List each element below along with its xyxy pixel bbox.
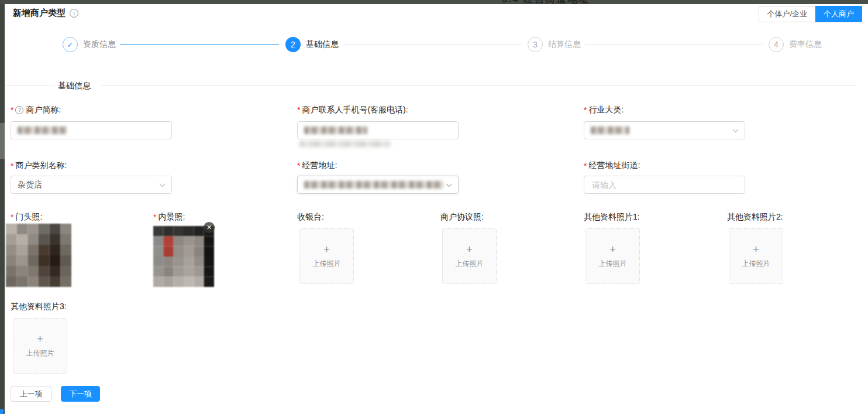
redacted-value [18, 126, 67, 134]
chevron-down-icon [159, 183, 166, 187]
step-3-settlement[interactable]: 3 结算信息 [528, 36, 581, 53]
step-connector-1 [120, 44, 279, 45]
label-business-address: 经营地址: [297, 160, 337, 171]
step-1-qualification[interactable]: 资质信息 [63, 36, 116, 53]
plus-icon: + [753, 244, 759, 255]
redacted-value [591, 126, 629, 134]
step-4-rate[interactable]: 4 费率信息 [769, 36, 822, 53]
merchant-short-name-input[interactable] [11, 121, 172, 139]
clipped-background-text: 3.4 经营街道地址 [502, 0, 590, 4]
plus-icon: + [323, 244, 330, 255]
redaction-artifact [299, 141, 390, 147]
business-address-select[interactable] [297, 176, 459, 194]
info-circle-icon[interactable]: i [70, 9, 78, 18]
industry-category-select[interactable] [584, 121, 745, 139]
step-4-label: 费率信息 [789, 39, 822, 50]
other-photo-1-upload[interactable]: + 上传照片 [585, 228, 640, 284]
previous-step-button[interactable]: 上一项 [11, 386, 51, 402]
agreement-photo-upload[interactable]: + 上传照片 [442, 228, 497, 284]
label-merchant-short-name: ? 商户简称: [11, 105, 61, 115]
toggle-individual-enterprise-button[interactable]: 个体户/企业 [759, 6, 815, 22]
label-door-photo: 门头照: [11, 212, 42, 223]
other-photo-2-upload[interactable]: + 上传照片 [729, 228, 783, 284]
question-circle-icon[interactable]: ? [15, 106, 23, 114]
window-top-edge: 3.4 经营街道地址 [0, 0, 868, 4]
door-photo-thumbnail[interactable] [6, 224, 71, 287]
label-other-photo-3: 其他资料照片3: [11, 302, 67, 312]
step-3-number: 3 [528, 37, 543, 52]
label-other-photo-1: 其他资料照片1: [584, 212, 640, 223]
plus-icon: + [466, 244, 473, 255]
step-4-number: 4 [769, 37, 784, 52]
label-business-street: 经营地址街道: [584, 160, 640, 171]
scrollbar-thumb[interactable] [0, 123, 5, 159]
merchant-category-value: 杂货店 [18, 180, 42, 190]
redacted-value [304, 181, 443, 189]
label-contact-phone: 商户联系人手机号(客服电话): [297, 105, 408, 115]
label-agreement-photo: 商户协议照: [440, 212, 484, 223]
remove-interior-photo-icon[interactable]: ✕ [204, 222, 215, 233]
window-left-edge [0, 4, 5, 414]
cashier-photo-upload[interactable]: + 上传照片 [299, 228, 354, 284]
business-street-field [584, 176, 745, 194]
form-panel [5, 4, 868, 414]
business-street-input[interactable] [591, 180, 738, 190]
interior-photo-thumbnail[interactable] [153, 226, 214, 287]
toggle-personal-merchant-button[interactable]: 个人商户 [815, 6, 862, 22]
label-other-photo-2: 其他资料照片2: [727, 212, 783, 223]
step-connector-2 [344, 44, 522, 45]
step-2-basic-info[interactable]: 2 基础信息 [285, 36, 339, 53]
divider-left [5, 85, 54, 86]
corner-accent [0, 409, 4, 414]
section-title: 基础信息 [58, 81, 91, 91]
next-step-button[interactable]: 下一项 [61, 386, 100, 402]
label-cashier-photo: 收银台: [297, 212, 324, 223]
step-2-label: 基础信息 [306, 39, 339, 50]
label-interior-photo: 内景照: [153, 212, 185, 223]
plus-icon: + [37, 334, 43, 344]
merchant-category-select[interactable]: 杂货店 [11, 176, 172, 194]
page-title: 新增商户类型 i [13, 8, 78, 19]
step-2-number: 2 [285, 37, 301, 52]
step-1-label: 资质信息 [83, 39, 116, 50]
label-merchant-category: 商户类别名称: [11, 160, 67, 171]
contact-phone-input[interactable] [297, 121, 459, 139]
merchant-type-toggle: 个体户/企业 个人商户 [759, 6, 862, 22]
label-industry-category: 行业大类: [584, 105, 624, 115]
page-title-text: 新增商户类型 [13, 8, 66, 19]
chevron-down-icon [732, 129, 739, 133]
chevron-down-icon [446, 183, 452, 187]
plus-icon: + [609, 244, 616, 255]
divider-right [101, 85, 856, 86]
redacted-value [304, 126, 367, 134]
step-1-check-icon [63, 37, 78, 52]
step-connector-3 [585, 44, 763, 45]
other-photo-3-upload[interactable]: + 上传照片 [13, 318, 67, 374]
step-3-label: 结算信息 [548, 39, 581, 50]
